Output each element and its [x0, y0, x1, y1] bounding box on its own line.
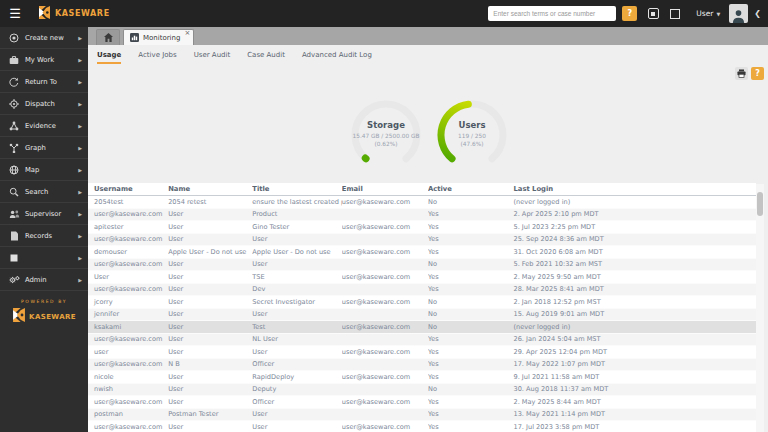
sidebar-item-dispatch[interactable]: Dispatch▶ [0, 93, 88, 115]
cell-title: Officer [252, 360, 342, 368]
column-header-email[interactable]: Email [342, 185, 428, 193]
table-row[interactable]: user@kaseware.comN BOfficerYes17. May 20… [88, 359, 756, 372]
column-header-title[interactable]: Title [252, 185, 342, 193]
cell-name: User [168, 385, 252, 393]
table-row[interactable]: apitesterUserGino Testeruser@kaseware.co… [88, 221, 756, 234]
sidebar-item-evidence[interactable]: Evidence▶ [0, 115, 88, 137]
cell-name: User [168, 373, 252, 381]
table-row[interactable]: userUserUseruser@kaseware.comYes29. Apr … [88, 346, 756, 359]
table-row[interactable]: ksakamiUserTestuser@kaseware.comNo(never… [88, 321, 756, 334]
sidebar-item-label: Graph [25, 144, 78, 152]
sidebar-item-return-to[interactable]: Return To▶ [0, 71, 88, 93]
sidebar-item-supervisor[interactable]: Supervisor▶ [0, 203, 88, 225]
table-row[interactable]: postmanPostman TesterUserYes13. May 2021… [88, 409, 756, 422]
cell-name: User [168, 310, 252, 318]
cell-username: user@kaseware.com [88, 260, 168, 268]
column-header-active[interactable]: Active [428, 185, 514, 193]
print-button[interactable] [735, 67, 748, 80]
cell-email: user@kaseware.com [342, 398, 428, 406]
scrollbar-thumb[interactable] [757, 192, 763, 216]
cell-title: ensure the lastest created password is u… [252, 198, 342, 206]
search-help-button[interactable]: ? [622, 6, 637, 21]
cell-active: Yes [428, 348, 514, 356]
table-row[interactable]: user@kaseware.comUserProductYes2. Apr 20… [88, 209, 756, 222]
dialog-icon[interactable] [648, 8, 659, 19]
table-row[interactable]: user@kaseware.comUserUseruser@kaseware.c… [88, 421, 756, 432]
close-icon[interactable]: × [185, 30, 191, 37]
hamburger-menu-icon[interactable]: ☰ [0, 6, 30, 21]
cell-active: Yes [428, 210, 514, 218]
brand-text: KASEWARE [55, 9, 110, 18]
cell-last-login: 28. Mar 2025 8:41 am MDT [513, 285, 755, 293]
chevron-down-icon: ▼ [716, 11, 720, 17]
cell-active: No [428, 310, 514, 318]
cell-username: 2054test [88, 198, 168, 206]
table-row[interactable]: nicoleUserRapidDeployuser@kaseware.comYe… [88, 371, 756, 384]
column-header-last-login[interactable]: Last Login [513, 185, 755, 193]
table-row[interactable]: jcorryUserSecret Investigatoruser@kasewa… [88, 296, 756, 309]
column-header-name[interactable]: Name [168, 185, 252, 193]
user-menu[interactable]: User ▼ [696, 9, 720, 18]
cell-last-login: 13. May 2021 1:14 pm MDT [513, 410, 755, 418]
cell-name: Apple User - Do not use [168, 248, 252, 256]
cell-active: Yes [428, 248, 514, 256]
cell-username: jcorry [88, 298, 168, 306]
sidebar-item-records[interactable]: Records▶ [0, 225, 88, 247]
kaseware-logo[interactable]: KASEWARE [38, 4, 110, 23]
chevron-right-icon: ▶ [78, 189, 82, 195]
cell-name: 2054 retest [168, 198, 252, 206]
chevron-right-icon: ▶ [78, 211, 82, 217]
sidebar-item-admin[interactable]: Admin▶ [0, 269, 88, 291]
sidebar-item-my-work[interactable]: My Work▶ [0, 49, 88, 71]
cell-last-login: 5. Feb 2021 10:32 am MST [513, 260, 755, 268]
subtab-active-jobs[interactable]: Active Jobs [138, 45, 176, 64]
column-header-username[interactable]: Username [88, 185, 168, 193]
cell-username: nicole [88, 373, 168, 381]
table-row[interactable]: jenniferUserUserNo15. Aug 2019 9:01 am M… [88, 309, 756, 322]
table-row[interactable]: demouserApple User - Do not useApple Use… [88, 246, 756, 259]
search-input[interactable] [488, 6, 616, 21]
sidebar-item-create-new[interactable]: Create new▶ [0, 27, 88, 49]
subtab-advanced-audit-log[interactable]: Advanced Audit Log [302, 45, 372, 64]
scrollbar[interactable] [756, 184, 764, 432]
collapse-chevron-icon[interactable]: ❮ [754, 9, 761, 18]
sidebar-item-blank[interactable]: ▶ [0, 247, 88, 269]
avatar[interactable] [729, 4, 748, 23]
cell-email: user@kaseware.com [342, 423, 428, 431]
table-row[interactable]: user@kaseware.comUserDevYes28. Mar 2025 … [88, 284, 756, 297]
tab-monitoring[interactable]: Monitoring × [123, 29, 194, 45]
cell-name: User [168, 398, 252, 406]
cell-email: user@kaseware.com [342, 223, 428, 231]
help-button[interactable]: ? [751, 67, 764, 80]
subtab-usage[interactable]: Usage [97, 45, 121, 64]
table-header[interactable]: UsernameNameTitleEmailActiveLast Login [88, 183, 756, 196]
table-row[interactable]: 2054test2054 retestensure the lastest cr… [88, 196, 756, 209]
square-icon [8, 254, 20, 262]
cell-active: Yes [428, 273, 514, 281]
table-row[interactable]: user@kaseware.comUserOfficeruser@kasewar… [88, 396, 756, 409]
subtab-case-audit[interactable]: Case Audit [247, 45, 285, 64]
globe-icon [8, 165, 20, 175]
cell-active: Yes [428, 235, 514, 243]
supervisor-people-icon [8, 209, 20, 219]
subtab-user-audit[interactable]: User Audit [194, 45, 231, 64]
fullscreen-icon[interactable] [670, 9, 680, 19]
cell-email: user@kaseware.com [342, 198, 428, 206]
table-row[interactable]: user@kaseware.comUserUserNo5. Feb 2021 1… [88, 259, 756, 272]
table-row[interactable]: UserUserTSEuser@kaseware.comYes2. May 20… [88, 271, 756, 284]
cell-last-login: 2. Jan 2018 12:52 pm MST [513, 298, 755, 306]
table-row[interactable]: user@kaseware.comUserUserYes25. Sep 2024… [88, 234, 756, 247]
table-row[interactable]: nwishUserDeputyNo30. Aug 2018 11:37 am M… [88, 384, 756, 397]
sidebar-item-graph[interactable]: Graph▶ [0, 137, 88, 159]
sidebar-item-map[interactable]: Map▶ [0, 159, 88, 181]
users-table: UsernameNameTitleEmailActiveLast Login 2… [88, 183, 756, 432]
cell-username: user@kaseware.com [88, 285, 168, 293]
cell-active: Yes [428, 398, 514, 406]
cell-active: No [428, 198, 514, 206]
tab-home[interactable] [96, 29, 120, 45]
cell-last-login: (never logged in) [513, 198, 755, 206]
table-row[interactable]: user@kaseware.comUserNL UserYes26. Jan 2… [88, 334, 756, 347]
kaseware-footer-logo-icon [12, 307, 26, 326]
sidebar-item-label: My Work [25, 56, 78, 64]
sidebar-item-search[interactable]: Search▶ [0, 181, 88, 203]
